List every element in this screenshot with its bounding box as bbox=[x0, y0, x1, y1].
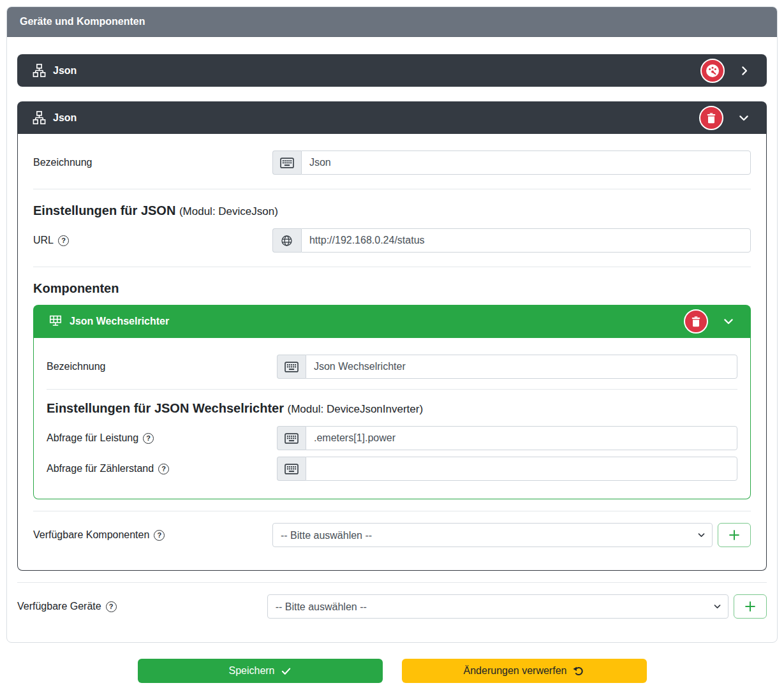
divider bbox=[17, 582, 767, 583]
page-title: Geräte und Komponenten bbox=[20, 16, 145, 27]
component-module-name: (Modul: DeviceJsonInverter) bbox=[288, 403, 424, 415]
power-query-input[interactable] bbox=[306, 426, 737, 450]
check-icon bbox=[281, 666, 292, 677]
question-circle-icon[interactable]: ? bbox=[154, 530, 165, 541]
available-components-select[interactable]: -- Bitte auswählen -- bbox=[272, 523, 713, 547]
chevron-down-icon bbox=[737, 112, 750, 124]
device-title: Json bbox=[53, 112, 77, 124]
component-name-row: Bezeichnung bbox=[47, 355, 737, 379]
device-panel: Json bbox=[17, 101, 767, 571]
available-components-row: Verfügbare Komponenten ? -- Bitte auswäh… bbox=[33, 523, 751, 547]
power-query-label: Abfrage für Leistung ? bbox=[47, 432, 277, 444]
available-components-label: Verfügbare Komponenten ? bbox=[33, 529, 272, 541]
device-settings-heading: Einstellungen für JSON (Modul: DeviceJso… bbox=[33, 203, 751, 218]
counter-query-input[interactable] bbox=[306, 457, 737, 481]
available-devices-select[interactable]: -- Bitte auswählen -- bbox=[267, 594, 729, 619]
url-input[interactable] bbox=[301, 228, 751, 253]
device-module-name: (Modul: DeviceJson) bbox=[179, 205, 278, 217]
card-header: Geräte und Komponenten bbox=[7, 7, 777, 37]
divider bbox=[33, 189, 751, 189]
question-circle-icon[interactable]: ? bbox=[58, 235, 69, 246]
trash-icon bbox=[690, 315, 702, 328]
delete-device-button[interactable] bbox=[699, 106, 723, 130]
add-device-button[interactable] bbox=[734, 594, 767, 619]
keyboard-icon bbox=[272, 150, 301, 175]
device-header-expanded[interactable]: Json bbox=[17, 101, 767, 134]
plus-icon bbox=[727, 528, 741, 542]
component-header[interactable]: Json Wechselrichter bbox=[33, 305, 751, 338]
gauge-icon bbox=[705, 63, 720, 78]
sitemap-icon bbox=[33, 64, 46, 77]
question-circle-icon[interactable]: ? bbox=[143, 433, 154, 444]
add-component-button[interactable] bbox=[718, 523, 751, 547]
undo-icon bbox=[572, 665, 584, 677]
available-devices-row: Verfügbare Geräte ? -- Bitte auswählen -… bbox=[17, 594, 767, 619]
component-settings-heading: Einstellungen für JSON Wechselrichter (M… bbox=[47, 401, 737, 416]
card-body: Json bbox=[7, 37, 777, 642]
keyboard-icon bbox=[277, 457, 306, 481]
footer-actions: Speichern Änderungen verwerfen bbox=[6, 659, 778, 683]
divider bbox=[33, 267, 751, 267]
chevron-right-icon bbox=[739, 64, 750, 77]
save-button[interactable]: Speichern bbox=[138, 659, 383, 683]
device-name-label: Bezeichnung bbox=[33, 157, 272, 168]
power-query-row: Abfrage für Leistung ? bbox=[47, 426, 737, 450]
device-header-collapsed[interactable]: Json bbox=[17, 54, 767, 87]
sitemap-icon bbox=[33, 111, 46, 124]
device-panel-body: Bezeichnung bbox=[17, 134, 767, 571]
divider bbox=[33, 511, 751, 511]
components-heading: Komponenten bbox=[33, 281, 751, 296]
question-circle-icon[interactable]: ? bbox=[158, 464, 169, 474]
save-button-label: Speichern bbox=[228, 665, 274, 677]
counter-query-label: Abfrage für Zählerstand ? bbox=[47, 463, 277, 474]
url-label: URL ? bbox=[33, 235, 272, 246]
discard-button-label: Änderungen verwerfen bbox=[464, 665, 567, 677]
devices-card: Geräte und Komponenten Json bbox=[6, 6, 778, 643]
url-row: URL ? bbox=[33, 228, 751, 253]
available-devices-label: Verfügbare Geräte ? bbox=[17, 601, 267, 612]
component-panel: Json Wechselrichter bbox=[33, 305, 751, 499]
device-state-button[interactable] bbox=[700, 59, 725, 83]
discard-button[interactable]: Änderungen verwerfen bbox=[402, 659, 647, 683]
component-name-label: Bezeichnung bbox=[47, 361, 277, 372]
question-circle-icon[interactable]: ? bbox=[106, 601, 117, 612]
device-title: Json bbox=[53, 65, 77, 77]
divider bbox=[47, 389, 737, 390]
chevron-down-icon bbox=[722, 316, 735, 327]
globe-icon bbox=[272, 228, 301, 253]
delete-component-button[interactable] bbox=[684, 309, 708, 334]
component-name-input[interactable] bbox=[306, 355, 737, 379]
solar-panel-icon bbox=[48, 314, 63, 328]
device-name-input[interactable] bbox=[301, 150, 751, 175]
counter-query-row: Abfrage für Zählerstand ? bbox=[47, 457, 737, 481]
device-name-row: Bezeichnung bbox=[33, 150, 751, 175]
plus-icon bbox=[743, 599, 757, 613]
component-title: Json Wechselrichter bbox=[70, 316, 169, 327]
keyboard-icon bbox=[277, 355, 306, 379]
component-panel-body: Bezeichnung bbox=[33, 338, 751, 499]
keyboard-icon bbox=[277, 426, 306, 450]
trash-icon bbox=[705, 112, 718, 124]
